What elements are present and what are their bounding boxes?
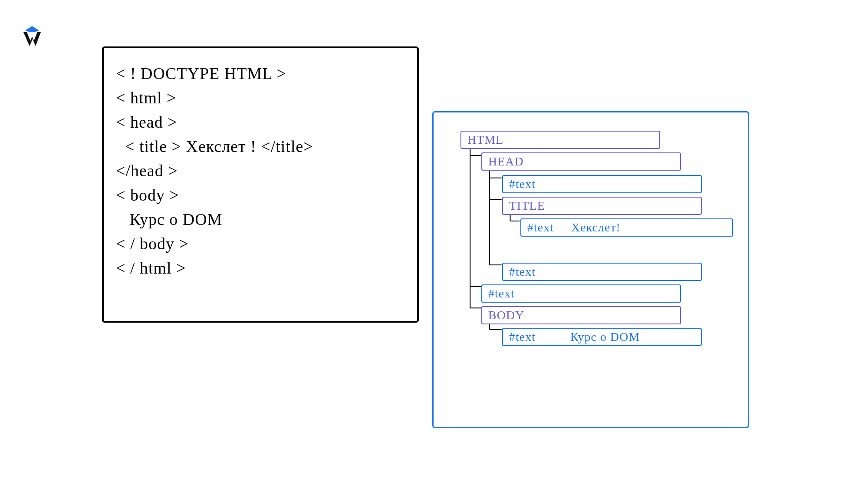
dom-node-head: HEAD bbox=[481, 152, 681, 171]
code-line: < / body > bbox=[116, 231, 405, 256]
code-line: < ! DOCTYPE HTML > bbox=[116, 61, 405, 86]
node-label: TITLE bbox=[509, 199, 545, 213]
code-line: Курс о DOM bbox=[116, 207, 405, 231]
code-line: < / html > bbox=[116, 256, 405, 280]
html-source-panel: < ! DOCTYPE HTML > < html > < head > < t… bbox=[102, 46, 419, 323]
node-label: HEAD bbox=[488, 155, 524, 168]
node-label: #text bbox=[509, 330, 536, 344]
node-text-content: Курс о DOM bbox=[570, 330, 640, 344]
dom-node-text: #text bbox=[481, 284, 681, 303]
node-label: #text bbox=[509, 177, 536, 191]
node-label: HTML bbox=[467, 133, 503, 147]
dom-node-text: #text Хекслет! bbox=[520, 218, 733, 237]
dom-node-text: #text bbox=[502, 263, 702, 281]
dom-node-text: #text bbox=[502, 175, 702, 193]
node-label: #text bbox=[509, 265, 536, 279]
node-label: #text bbox=[488, 287, 515, 300]
code-line: < body > bbox=[116, 183, 405, 207]
node-text-content: Хекслет! bbox=[571, 221, 621, 234]
dom-tree-panel: HTML HEAD #text TITLE #text Хекслет! #te… bbox=[432, 111, 749, 428]
hexlet-logo bbox=[23, 24, 41, 46]
dom-node-text: #text Курс о DOM bbox=[502, 328, 702, 346]
dom-node-body: BODY bbox=[481, 306, 681, 324]
code-line: < head > bbox=[116, 110, 405, 134]
node-label: #text bbox=[527, 221, 554, 234]
code-line: < title > Хекслет ! </title> bbox=[116, 134, 405, 158]
code-line: < html > bbox=[116, 86, 405, 110]
dom-node-title: TITLE bbox=[502, 197, 702, 215]
code-line: </head > bbox=[116, 158, 405, 183]
dom-node-html: HTML bbox=[460, 131, 660, 149]
node-label: BODY bbox=[488, 308, 524, 322]
